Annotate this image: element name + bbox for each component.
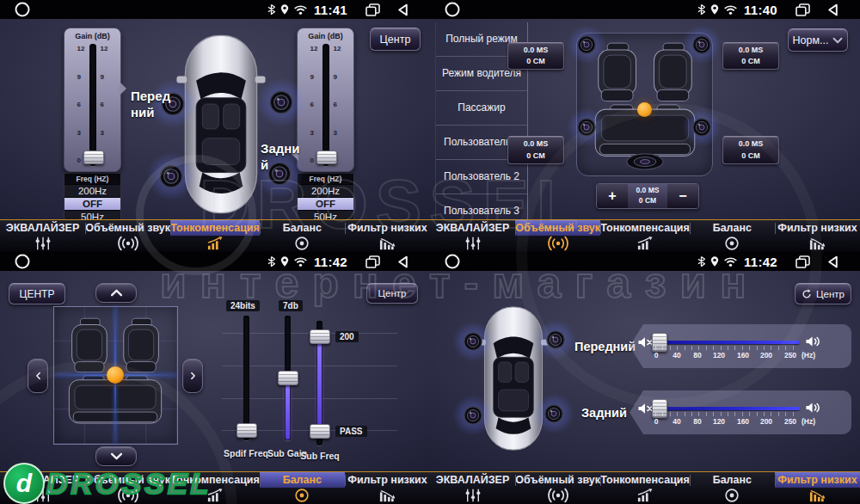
- tab-balance[interactable]: Баланс: [690, 472, 775, 504]
- tab-equalizer[interactable]: ЭКВАЛАЙЗЕР: [430, 220, 515, 252]
- fader-down-button[interactable]: [95, 446, 137, 466]
- center-button-left[interactable]: ЦЕНТР: [9, 283, 65, 304]
- tab-label: Объёмный звук: [515, 472, 600, 488]
- wifi-icon: [293, 4, 308, 15]
- tab-surround[interactable]: Объёмный звук: [85, 220, 170, 252]
- tab-surround[interactable]: Объёмный звук: [515, 220, 600, 252]
- front-gain-fader: Gain (dB) 129 63 0 129 63: [64, 28, 121, 224]
- tab-equalizer[interactable]: ЭКВАЛАЙЗЕР: [0, 472, 85, 504]
- recents-icon[interactable]: [796, 3, 810, 16]
- sub-gain-slider[interactable]: [285, 316, 291, 440]
- gain-label: Gain (dB): [64, 28, 120, 40]
- equalizer-icon: [31, 236, 55, 251]
- front-gain-handle[interactable]: [83, 151, 104, 164]
- scale-ticks: [655, 346, 800, 350]
- tab-equalizer[interactable]: ЭКВАЛАЙЗЕР: [430, 472, 515, 504]
- balance-left-button[interactable]: [28, 359, 48, 393]
- scale-tick-label: 250: [784, 417, 796, 426]
- front-lowpass-track[interactable]: [655, 341, 800, 344]
- recents-icon[interactable]: [366, 3, 380, 16]
- spdif-freq-handle[interactable]: [236, 423, 257, 438]
- rear-gain-handle[interactable]: [316, 151, 337, 164]
- scale-tick-label: 160: [737, 351, 749, 360]
- center-button[interactable]: Центр: [370, 28, 421, 51]
- tab-label: Тонкомпенсация: [170, 472, 260, 488]
- fader-up-button[interactable]: [95, 283, 137, 303]
- preset-dropdown[interactable]: Норм...: [788, 28, 848, 52]
- balance-right-button[interactable]: [182, 359, 203, 393]
- center-button-right[interactable]: Центр: [366, 283, 418, 304]
- recents-icon[interactable]: [366, 255, 380, 268]
- tab-balance[interactable]: Баланс: [690, 220, 775, 252]
- cabin-seats-panel: [576, 33, 713, 176]
- bluetooth-icon: [267, 255, 276, 267]
- freq-header: Freq (HZ): [298, 174, 353, 184]
- recents-icon[interactable]: [796, 255, 810, 268]
- gain-scale-right: 129 63 0: [101, 44, 108, 166]
- sub-freq-handle-bottom[interactable]: [310, 424, 330, 439]
- rear-right-speaker-icon: [544, 403, 564, 424]
- clock: 11:40: [744, 3, 777, 17]
- delay-value-display: 0.0 MS 0 CM: [628, 184, 667, 208]
- sub-freq-handle-top[interactable]: [310, 329, 330, 344]
- center-reset-button[interactable]: Центр: [795, 283, 851, 304]
- delay-rear-right-button[interactable]: 0.0 MS 0 CM: [722, 136, 779, 164]
- rear-lowpass-track[interactable]: [655, 407, 800, 410]
- freq-option-200hz[interactable]: 200Hz: [298, 184, 353, 197]
- mode-user2[interactable]: Пользователь 2: [436, 160, 527, 194]
- scale-tick-label: 80: [693, 351, 701, 360]
- balance-position-dot[interactable]: [107, 366, 124, 384]
- sub-gain-handle[interactable]: [278, 371, 298, 385]
- listening-position-dot[interactable]: [637, 102, 652, 117]
- home-icon[interactable]: [14, 253, 31, 270]
- gain-scale-left: 129 63 0: [310, 44, 318, 166]
- tab-surround[interactable]: Объёмный звук: [515, 472, 600, 504]
- freq-option-off[interactable]: OFF: [64, 197, 120, 210]
- back-icon[interactable]: [826, 3, 839, 16]
- tab-balance[interactable]: Баланс: [260, 472, 345, 504]
- tab-equalizer[interactable]: ЭКВАЛАЙЗЕР: [0, 220, 85, 252]
- delay-rear-left-button[interactable]: 0.0 MS 0 CM: [507, 136, 564, 164]
- chevron-down-icon: [110, 452, 123, 460]
- tab-balance[interactable]: Баланс: [260, 220, 345, 252]
- tab-lowfilter[interactable]: Фильтр низких: [775, 220, 860, 252]
- home-icon[interactable]: [14, 1, 31, 18]
- delay-decrease-button[interactable]: −: [667, 184, 698, 208]
- front-gain-track[interactable]: [89, 44, 96, 166]
- status-bar: 11:40: [430, 0, 860, 19]
- tab-loudness[interactable]: Тонкомпенсация: [170, 472, 260, 504]
- screen-balance: 11:42 ЦЕНТР Центр: [0, 252, 431, 504]
- balance-fader-pad[interactable]: [53, 306, 178, 445]
- tab-label: Фильтр низких: [775, 472, 860, 488]
- status-icons: 11:42: [267, 255, 409, 269]
- tab-lowfilter[interactable]: Фильтр низких: [775, 472, 860, 504]
- delay-front-right-button[interactable]: 0.0 MS 0 CM: [722, 42, 779, 70]
- spdif-freq-slider[interactable]: [243, 316, 249, 440]
- scale-tick-label: 200: [760, 351, 772, 360]
- wifi-icon: [723, 256, 738, 267]
- mode-passenger[interactable]: Пассажир: [436, 91, 527, 126]
- delay-increase-button[interactable]: +: [597, 184, 628, 208]
- back-icon[interactable]: [396, 255, 409, 268]
- chevron-down-icon: [832, 37, 843, 44]
- rear-gain-track[interactable]: [322, 44, 329, 166]
- screen-surround: 11:40 Полный режим Режим водителя Пассаж…: [430, 0, 860, 252]
- home-icon[interactable]: [444, 253, 461, 270]
- speaker-on-icon[interactable]: [805, 335, 821, 347]
- freq-option-off[interactable]: OFF: [298, 197, 353, 210]
- tab-loudness[interactable]: Тонкомпенсация: [600, 472, 690, 504]
- tab-surround[interactable]: Объёмный звук: [85, 472, 170, 504]
- sub-freq-slider[interactable]: [316, 321, 322, 446]
- tab-lowfilter[interactable]: Фильтр низких: [345, 220, 430, 252]
- speaker-on-icon[interactable]: [805, 402, 821, 414]
- back-icon[interactable]: [396, 3, 409, 16]
- gain-scale-left: 129 63 0: [77, 44, 85, 166]
- back-icon[interactable]: [826, 255, 839, 268]
- delay-front-left-button[interactable]: 0.0 MS 0 CM: [507, 42, 564, 70]
- freq-option-200hz[interactable]: 200Hz: [64, 184, 120, 197]
- home-icon[interactable]: [444, 1, 461, 18]
- tab-loudness[interactable]: Тонкомпенсация: [170, 220, 260, 252]
- tab-loudness[interactable]: Тонкомпенсация: [600, 220, 690, 252]
- tab-lowfilter[interactable]: Фильтр низких: [345, 472, 430, 504]
- balance-icon: [720, 488, 744, 503]
